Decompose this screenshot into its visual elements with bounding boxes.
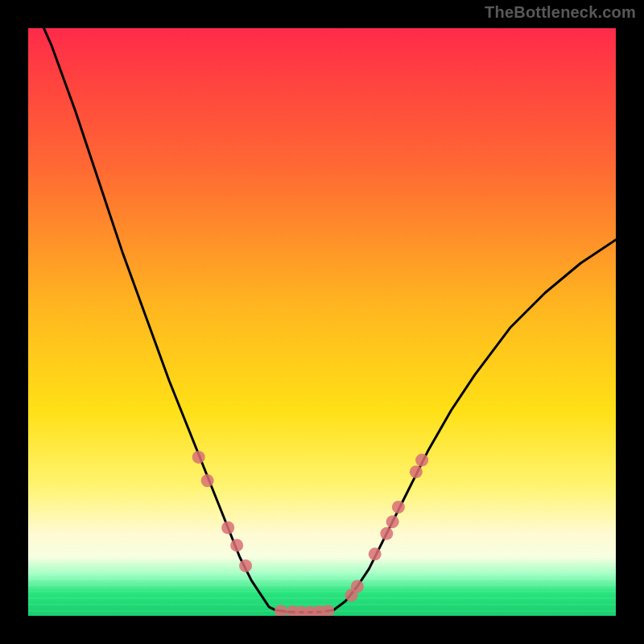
chart-svg (28, 28, 616, 616)
data-marker (230, 539, 243, 551)
data-marker (386, 515, 399, 528)
data-marker (380, 527, 393, 540)
data-marker (415, 454, 428, 467)
data-marker (221, 522, 234, 535)
data-marker (275, 605, 287, 616)
data-marker (239, 559, 252, 572)
data-marker (392, 501, 405, 514)
data-marker (201, 474, 214, 487)
data-marker (369, 547, 382, 560)
watermark-text: TheBottleneck.com (485, 3, 636, 22)
curve-layer (28, 28, 616, 613)
data-marker (351, 580, 364, 593)
data-marker (321, 605, 334, 616)
chart-stage: TheBottleneck.com (0, 0, 644, 644)
plot-area (28, 28, 616, 616)
data-marker (192, 451, 205, 464)
marker-layer (192, 451, 428, 616)
bottleneck-curve (28, 28, 616, 613)
data-marker (410, 465, 423, 478)
